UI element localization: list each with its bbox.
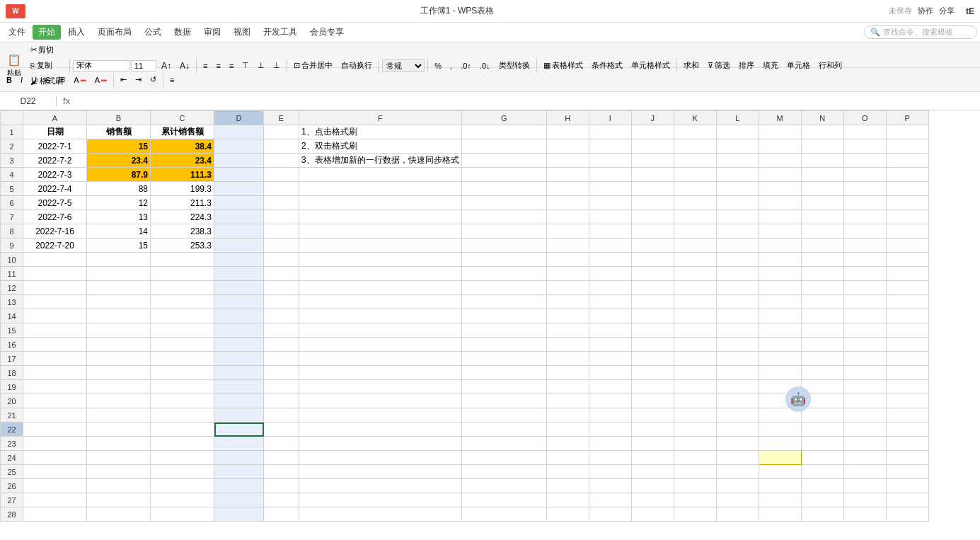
cell-G15[interactable] xyxy=(461,323,546,338)
cell-L23[interactable] xyxy=(716,437,759,451)
cell-P21[interactable] xyxy=(886,408,928,423)
cell-C6[interactable]: 211.3 xyxy=(151,196,214,210)
cell-F23[interactable] xyxy=(299,437,462,451)
cell-E3[interactable] xyxy=(264,154,299,168)
cell-M9[interactable] xyxy=(759,239,801,253)
cell-E11[interactable] xyxy=(264,267,299,281)
cell-K15[interactable] xyxy=(674,323,716,338)
cell-A2[interactable]: 2022-7-1 xyxy=(23,139,87,154)
cell-G20[interactable] xyxy=(461,394,546,408)
row-header-12[interactable]: 12 xyxy=(1,281,23,295)
row-header-6[interactable]: 6 xyxy=(1,196,23,210)
cell-B14[interactable] xyxy=(87,309,151,323)
row-col-btn[interactable]: 行和列 xyxy=(815,58,846,73)
collaborate-btn[interactable]: 协作 xyxy=(918,6,933,16)
cell-D19[interactable] xyxy=(214,380,264,394)
cell-E22[interactable] xyxy=(264,423,299,437)
cell-H4[interactable] xyxy=(546,168,589,182)
cell-D16[interactable] xyxy=(214,338,264,352)
col-header-e[interactable]: E xyxy=(264,111,299,125)
cell-B19[interactable] xyxy=(87,380,151,394)
cell-E16[interactable] xyxy=(264,338,299,352)
cell-O12[interactable] xyxy=(843,281,886,295)
cell-P2[interactable] xyxy=(886,139,928,154)
cell-K18[interactable] xyxy=(674,366,716,380)
col-header-p[interactable]: P xyxy=(886,111,928,125)
cell-K13[interactable] xyxy=(674,295,716,309)
cell-C14[interactable] xyxy=(151,309,214,323)
row-header-18[interactable]: 18 xyxy=(1,366,23,380)
cell-F8[interactable] xyxy=(299,224,462,239)
cell-H12[interactable] xyxy=(546,281,589,295)
cell-M2[interactable] xyxy=(759,139,801,154)
cell-K20[interactable] xyxy=(674,394,716,408)
percent-btn[interactable]: % xyxy=(431,59,445,72)
cell-K1[interactable] xyxy=(674,125,716,139)
conditional-format-btn[interactable]: 条件格式 xyxy=(588,58,626,73)
cell-C20[interactable] xyxy=(151,394,214,408)
cell-D7[interactable] xyxy=(214,210,264,224)
cell-I7[interactable] xyxy=(589,210,631,224)
cell-M18[interactable] xyxy=(759,366,801,380)
cell-N3[interactable] xyxy=(801,154,843,168)
share-btn[interactable]: 分享 xyxy=(939,6,955,16)
row-header-13[interactable]: 13 xyxy=(1,295,23,309)
cell-F10[interactable] xyxy=(299,253,462,267)
cell-G16[interactable] xyxy=(461,338,546,352)
align-bottom-btn[interactable]: ⊥ xyxy=(270,59,284,72)
cell-G5[interactable] xyxy=(461,182,546,196)
cell-N10[interactable] xyxy=(801,253,843,267)
cell-A24[interactable] xyxy=(23,451,87,465)
cell-L22[interactable] xyxy=(716,423,759,437)
cell-B26[interactable] xyxy=(87,479,151,493)
cell-B6[interactable]: 12 xyxy=(87,196,151,210)
cell-O6[interactable] xyxy=(843,196,886,210)
cell-K23[interactable] xyxy=(674,437,716,451)
row-header-21[interactable]: 21 xyxy=(1,408,23,423)
cell-reference-box[interactable]: D22 xyxy=(0,96,57,106)
cell-M12[interactable] xyxy=(759,281,801,295)
cell-I6[interactable] xyxy=(589,196,631,210)
sum-btn[interactable]: 求和 xyxy=(680,58,703,73)
cell-H7[interactable] xyxy=(546,210,589,224)
cell-A16[interactable] xyxy=(23,338,87,352)
cell-P27[interactable] xyxy=(886,493,928,507)
cell-K21[interactable] xyxy=(674,408,716,423)
cell-L17[interactable] xyxy=(716,352,759,366)
cell-I14[interactable] xyxy=(589,309,631,323)
cell-P9[interactable] xyxy=(886,239,928,253)
menu-item-review[interactable]: 审阅 xyxy=(198,25,226,40)
cell-N9[interactable] xyxy=(801,239,843,253)
cell-P20[interactable] xyxy=(886,394,928,408)
cell-F17[interactable] xyxy=(299,352,462,366)
cell-J3[interactable] xyxy=(631,154,674,168)
cell-M26[interactable] xyxy=(759,479,801,493)
cell-K9[interactable] xyxy=(674,239,716,253)
cell-F24[interactable] xyxy=(299,451,462,465)
cell-F19[interactable] xyxy=(299,380,462,394)
cell-B18[interactable] xyxy=(87,366,151,380)
cell-B1[interactable]: 销售额 xyxy=(87,125,151,139)
cell-H25[interactable] xyxy=(546,465,589,479)
cell-G14[interactable] xyxy=(461,309,546,323)
cell-A8[interactable]: 2022-7-16 xyxy=(23,224,87,239)
cell-H10[interactable] xyxy=(546,253,589,267)
cell-A17[interactable] xyxy=(23,352,87,366)
cell-C23[interactable] xyxy=(151,437,214,451)
cell-P15[interactable] xyxy=(886,323,928,338)
italic-btn[interactable]: I xyxy=(17,74,26,86)
cell-B17[interactable] xyxy=(87,352,151,366)
cell-J21[interactable] xyxy=(631,408,674,423)
cell-L26[interactable] xyxy=(716,479,759,493)
cell-K7[interactable] xyxy=(674,210,716,224)
font-size-input[interactable] xyxy=(131,60,156,71)
cell-E14[interactable] xyxy=(264,309,299,323)
cell-L6[interactable] xyxy=(716,196,759,210)
cell-G17[interactable] xyxy=(461,352,546,366)
col-header-f[interactable]: F xyxy=(299,111,462,125)
cell-H5[interactable] xyxy=(546,182,589,196)
cell-I12[interactable] xyxy=(589,281,631,295)
cell-G24[interactable] xyxy=(461,451,546,465)
row-header-25[interactable]: 25 xyxy=(1,465,23,479)
cell-N23[interactable] xyxy=(801,437,843,451)
